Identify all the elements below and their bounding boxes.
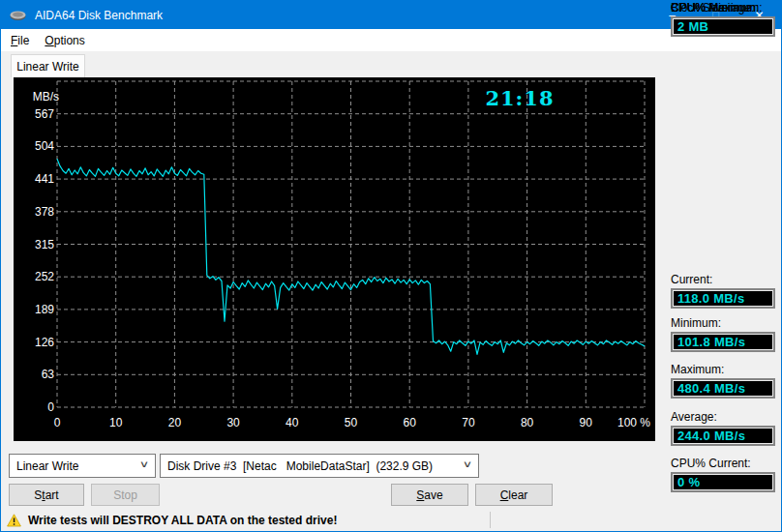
stat-maximum: Maximum: 480.4 MB/s — [671, 363, 775, 399]
stat-current: Current: 118.0 MB/s — [671, 273, 775, 309]
stat-label: Average: — [671, 410, 775, 426]
stat-cpu-current: CPU% Current: 0 % — [671, 457, 775, 492]
status-bar: Write tests will DESTROY ALL DATA on the… — [1, 509, 781, 531]
test-type-value: Linear Write — [16, 459, 78, 473]
svg-text:21:18: 21:18 — [485, 86, 554, 110]
svg-text:63: 63 — [42, 368, 55, 381]
status-message: Write tests will DESTROY ALL DATA on the… — [28, 514, 337, 527]
stat-value: 480.4 MB/s — [671, 378, 775, 399]
svg-text:378: 378 — [35, 205, 54, 219]
svg-text:0: 0 — [54, 416, 61, 429]
title-bar: AIDA64 Disk Benchmark – □ ✕ — [1, 1, 781, 29]
svg-text:60: 60 — [404, 416, 417, 429]
svg-text:252: 252 — [35, 270, 54, 283]
window-title: AIDA64 Disk Benchmark — [35, 9, 163, 22]
benchmark-chart: MB/s567504441378315252189126630010203040… — [14, 77, 655, 441]
stat-block-size: Block Size: 2 MB — [671, 1, 775, 37]
test-type-select[interactable]: Linear Write ∨ — [9, 454, 156, 478]
stat-value: 118.0 MB/s — [671, 288, 775, 309]
drive-select-value: Disk Drive #3 [Netac MobileDataStar] (23… — [167, 459, 433, 473]
svg-text:70: 70 — [462, 416, 475, 429]
svg-text:80: 80 — [521, 416, 534, 429]
svg-text:90: 90 — [580, 416, 593, 429]
warning-icon — [7, 514, 21, 527]
stat-label: Block Size: — [671, 1, 775, 16]
svg-text:315: 315 — [35, 238, 54, 251]
save-button[interactable]: Save — [391, 484, 468, 506]
svg-text:189: 189 — [35, 303, 54, 316]
stat-value: 2 MB — [671, 16, 775, 37]
stat-value: 101.8 MB/s — [671, 332, 775, 352]
svg-text:126: 126 — [35, 336, 54, 349]
chevron-down-icon: ∨ — [463, 459, 472, 470]
stat-value: 244.0 MB/s — [671, 426, 775, 446]
svg-text:50: 50 — [345, 416, 358, 429]
svg-text:30: 30 — [226, 416, 240, 429]
svg-text:504: 504 — [35, 139, 54, 153]
svg-text:441: 441 — [35, 172, 54, 186]
stat-label: Maximum: — [671, 363, 775, 378]
stat-label: Minimum: — [671, 316, 775, 332]
svg-text:10: 10 — [109, 416, 123, 429]
stat-label: Current: — [671, 273, 775, 288]
svg-text:40: 40 — [286, 416, 299, 429]
start-button[interactable]: Start — [9, 484, 84, 506]
svg-text:567: 567 — [35, 107, 54, 121]
stat-label: CPU% Current: — [671, 457, 775, 472]
svg-text:MB/s: MB/s — [33, 90, 59, 103]
chevron-down-icon: ∨ — [139, 459, 149, 470]
svg-text:20: 20 — [168, 416, 182, 429]
drive-select[interactable]: Disk Drive #3 [Netac MobileDataStar] (23… — [160, 454, 479, 478]
stat-value: 0 % — [671, 472, 775, 492]
stat-minimum: Minimum: 101.8 MB/s — [671, 316, 775, 352]
menu-bar: File Options — [1, 29, 781, 51]
stop-button: Stop — [91, 484, 160, 506]
tab-linear-write[interactable]: Linear Write — [11, 54, 85, 77]
app-icon — [10, 10, 26, 21]
menu-file[interactable]: File — [3, 29, 37, 51]
stat-average: Average: 244.0 MB/s — [671, 410, 775, 446]
svg-text:0: 0 — [47, 400, 54, 414]
app-window: AIDA64 Disk Benchmark – □ ✕ File Options… — [0, 0, 782, 532]
menu-options[interactable]: Options — [37, 29, 92, 51]
statusbar-divider — [490, 512, 491, 528]
chart-area: MB/s567504441378315252189126630010203040… — [14, 77, 655, 441]
svg-text:100 %: 100 % — [617, 416, 650, 429]
clear-button[interactable]: Clear — [475, 484, 553, 506]
